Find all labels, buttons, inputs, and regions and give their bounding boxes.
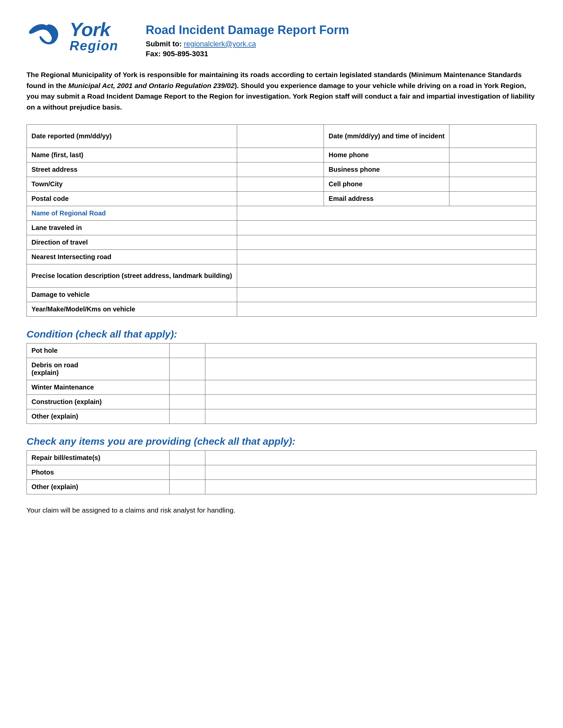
- fax-info: Fax: 905-895-3031: [146, 50, 537, 58]
- cell-phone-value[interactable]: [449, 177, 537, 192]
- page-header: York Region Road Incident Damage Report …: [26, 20, 537, 60]
- providing-repair-label: Repair bill/estimate(s): [27, 451, 169, 465]
- footer-text: Your claim will be assigned to a claims …: [26, 506, 537, 514]
- lane-row: Lane traveled in: [27, 221, 537, 235]
- precise-location-value[interactable]: [237, 264, 536, 288]
- condition-other-row: Other (explain): [27, 409, 537, 424]
- condition-other-explain[interactable]: [205, 409, 536, 424]
- providing-other-label: Other (explain): [27, 480, 169, 494]
- damage-vehicle-value[interactable]: [237, 288, 536, 302]
- postal-code-label: Postal code: [27, 192, 237, 206]
- date-reported-label: Date reported (mm/dd/yy): [27, 125, 237, 148]
- condition-table: Pot hole Debris on road(explain) Winter …: [26, 343, 537, 424]
- cell-phone-label: Cell phone: [324, 177, 449, 192]
- lane-traveled-label: Lane traveled in: [27, 221, 237, 235]
- business-phone-value[interactable]: [449, 162, 537, 177]
- submit-label: Submit to: [146, 40, 179, 48]
- precise-location-row: Precise location description (street add…: [27, 264, 537, 288]
- condition-heading: Condition (check all that apply):: [26, 329, 537, 340]
- condition-pothole-check[interactable]: [169, 343, 205, 358]
- providing-photos-label: Photos: [27, 465, 169, 480]
- condition-winter-explain[interactable]: [205, 380, 536, 395]
- direction-value[interactable]: [237, 235, 536, 250]
- year-make-row: Year/Make/Model/Kms on vehicle: [27, 302, 537, 317]
- main-form-table: Date reported (mm/dd/yy) Date (mm/dd/yy)…: [26, 124, 537, 317]
- title-area: Road Incident Damage Report Form Submit …: [146, 20, 537, 60]
- condition-winter-row: Winter Maintenance: [27, 380, 537, 395]
- condition-debris-check[interactable]: [169, 358, 205, 380]
- form-title: Road Incident Damage Report Form: [146, 23, 537, 37]
- york-region-text: York Region: [70, 20, 118, 52]
- damage-vehicle-label: Damage to vehicle: [27, 288, 237, 302]
- condition-pothole-explain[interactable]: [205, 343, 536, 358]
- logo-area: York Region: [26, 20, 126, 52]
- fax-label: Fax:: [146, 50, 161, 58]
- bird-icon: [26, 21, 66, 50]
- intro-text: The Regional Municipality of York is res…: [26, 69, 537, 113]
- condition-debris-explain[interactable]: [205, 358, 536, 380]
- town-city-value[interactable]: [237, 177, 324, 192]
- street-row: Street address Business phone: [27, 162, 537, 177]
- providing-photos-row: Photos: [27, 465, 537, 480]
- condition-winter-check[interactable]: [169, 380, 205, 395]
- postal-row: Postal code Email address: [27, 192, 537, 206]
- town-row: Town/City Cell phone: [27, 177, 537, 192]
- submit-email[interactable]: regionalclerk@york.ca: [184, 40, 256, 48]
- york-region-logo: York Region: [26, 20, 126, 52]
- lane-traveled-value[interactable]: [237, 221, 536, 235]
- direction-label: Direction of travel: [27, 235, 237, 250]
- email-address-label: Email address: [324, 192, 449, 206]
- direction-row: Direction of travel: [27, 235, 537, 250]
- york-word: York: [70, 20, 118, 39]
- condition-debris-row: Debris on road(explain): [27, 358, 537, 380]
- condition-pothole-label: Pot hole: [27, 343, 169, 358]
- providing-repair-explain[interactable]: [205, 451, 536, 465]
- condition-winter-label: Winter Maintenance: [27, 380, 169, 395]
- regional-road-label: Name of Regional Road: [27, 206, 237, 221]
- name-row: Name (first, last) Home phone: [27, 148, 537, 162]
- postal-code-value[interactable]: [237, 192, 324, 206]
- name-value[interactable]: [237, 148, 324, 162]
- year-make-value[interactable]: [237, 302, 536, 317]
- condition-construction-check[interactable]: [169, 395, 205, 409]
- providing-photos-explain[interactable]: [205, 465, 536, 480]
- submit-info: Submit to: regionalclerk@york.ca: [146, 40, 537, 48]
- regional-road-row: Name of Regional Road: [27, 206, 537, 221]
- fax-number: 905-895-3031: [163, 50, 208, 58]
- date-row: Date reported (mm/dd/yy) Date (mm/dd/yy)…: [27, 125, 537, 148]
- condition-pothole-row: Pot hole: [27, 343, 537, 358]
- condition-debris-label: Debris on road(explain): [27, 358, 169, 380]
- year-make-label: Year/Make/Model/Kms on vehicle: [27, 302, 237, 317]
- date-incident-label: Date (mm/dd/yy) and time of incident: [324, 125, 449, 148]
- business-phone-label: Business phone: [324, 162, 449, 177]
- providing-heading: Check any items you are providing (check…: [26, 436, 537, 447]
- providing-other-row: Other (explain): [27, 480, 537, 494]
- providing-table: Repair bill/estimate(s) Photos Other (ex…: [26, 450, 537, 494]
- precise-location-label: Precise location description (street add…: [27, 264, 237, 288]
- providing-other-explain[interactable]: [205, 480, 536, 494]
- home-phone-label: Home phone: [324, 148, 449, 162]
- nearest-road-value[interactable]: [237, 250, 536, 264]
- nearest-road-row: Nearest Intersecting road: [27, 250, 537, 264]
- region-word: Region: [70, 39, 118, 52]
- date-incident-value[interactable]: [449, 125, 537, 148]
- name-label: Name (first, last): [27, 148, 237, 162]
- damage-row: Damage to vehicle: [27, 288, 537, 302]
- condition-other-check[interactable]: [169, 409, 205, 424]
- providing-photos-check[interactable]: [169, 465, 205, 480]
- providing-repair-check[interactable]: [169, 451, 205, 465]
- providing-other-check[interactable]: [169, 480, 205, 494]
- condition-other-label: Other (explain): [27, 409, 169, 424]
- condition-construction-row: Construction (explain): [27, 395, 537, 409]
- condition-construction-explain[interactable]: [205, 395, 536, 409]
- email-address-value[interactable]: [449, 192, 537, 206]
- street-address-value[interactable]: [237, 162, 324, 177]
- nearest-road-label: Nearest Intersecting road: [27, 250, 237, 264]
- condition-construction-label: Construction (explain): [27, 395, 169, 409]
- town-city-label: Town/City: [27, 177, 237, 192]
- street-address-label: Street address: [27, 162, 237, 177]
- regional-road-value[interactable]: [237, 206, 536, 221]
- date-reported-value[interactable]: [237, 125, 324, 148]
- providing-repair-row: Repair bill/estimate(s): [27, 451, 537, 465]
- home-phone-value[interactable]: [449, 148, 537, 162]
